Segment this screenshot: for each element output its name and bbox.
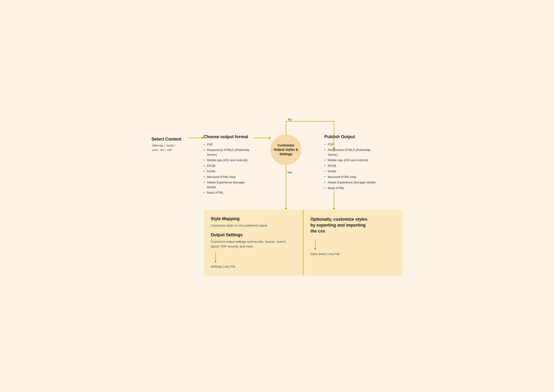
list-item: Microsoft HTML Help (204, 174, 253, 180)
list-item: Basic HTML (325, 185, 381, 191)
list-item: PDF (204, 142, 253, 147)
choose-format-title: Choose output format (204, 134, 253, 139)
list-item: Responsive HTML5 (RoboHelp Server) (204, 147, 253, 157)
list-item: EPUB (325, 163, 381, 169)
top-spacer (152, 117, 403, 134)
customize-node: Customize Output styles & Settings (269, 134, 303, 165)
style-mapping-title: Style Mapping (211, 216, 296, 221)
list-item: Responsive HTML5 (RoboHelp Server) (325, 147, 381, 157)
diagram: No Yes Select Content .ditamap / .book /… (152, 117, 403, 276)
output-settings-title: Output Settings (211, 232, 296, 238)
list-item: Kindle (204, 168, 253, 174)
style-mapping-desc: Customize styles on the published output (211, 223, 296, 228)
list-item: Basic HTML (204, 190, 253, 196)
bottom-row: Style Mapping Customize styles on the pu… (152, 210, 403, 276)
bottom-left-box: Style Mapping Customize styles on the pu… (204, 210, 303, 276)
list-item: EPUB (204, 163, 253, 169)
publish-output-node: Publish Output PDF Responsive HTML5 (Rob… (325, 134, 381, 191)
bottom-right-box: Optionally, customize styles by exportin… (303, 210, 403, 276)
select-content-node: Select Content .ditamap / .book / .xml /… (152, 134, 188, 152)
publish-title: Publish Output (325, 134, 381, 139)
connector-2 (253, 134, 269, 139)
svg-marker-17 (314, 248, 316, 251)
page: No Yes Select Content .ditamap / .book /… (147, 117, 407, 276)
list-item: Microsoft HTML Help (325, 174, 381, 180)
main-row: Select Content .ditamap / .book / .xml /… (152, 134, 403, 196)
choose-format-node: Choose output format PDF Responsive HTML… (204, 134, 253, 196)
list-item: Mobile App (iOS and Android) (325, 157, 381, 163)
svg-marker-15 (214, 261, 217, 263)
list-item: Adobe Experience Manager Mobile (204, 180, 253, 190)
customize-circle: Customize Output styles & Settings (270, 134, 301, 165)
select-content-subtitle: .ditamap / .book / .xml / .fm / .mif (152, 143, 188, 152)
down-arrow-svg-right (313, 240, 318, 252)
css-file-label: Style sheet (.css) File (311, 252, 395, 256)
list-item: Kindle (325, 168, 381, 174)
select-content-title: Select Content (152, 137, 188, 142)
list-item: Mobile App (iOS and Android) (204, 157, 253, 163)
list-item: Adobe Experience Manager Mobile (325, 180, 381, 185)
settings-arrow (213, 252, 296, 264)
down-arrow-svg (213, 252, 218, 264)
bottom-left-spacer (152, 210, 204, 276)
customize-label: Customize Output styles & Settings (273, 143, 298, 156)
settings-file-label: Settings (.sts) File (211, 264, 296, 269)
choose-format-list: PDF Responsive HTML5 (RoboHelp Server) M… (204, 142, 253, 196)
yes-spacer (152, 196, 403, 210)
output-settings-desc: Customize output settings such as title,… (211, 239, 296, 249)
list-item: PDF (325, 142, 381, 147)
publish-list: PDF Responsive HTML5 (RoboHelp Server) M… (325, 142, 381, 191)
optionally-title: Optionally, customize styles by exportin… (311, 216, 372, 234)
connector-1 (188, 134, 204, 139)
css-arrow (313, 240, 395, 252)
